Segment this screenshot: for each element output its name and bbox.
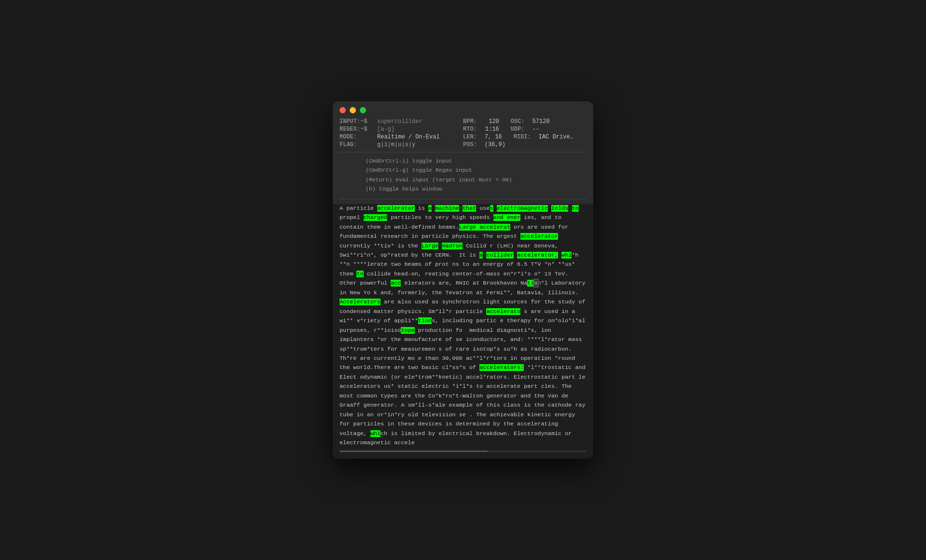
- len-label: LEN:: [463, 134, 477, 140]
- flag-value: g|i|m|u|s|y: [377, 141, 415, 148]
- rto-value: 1:16: [485, 126, 499, 133]
- traffic-lights: [340, 107, 586, 113]
- regex-label: REGEX:~$: [340, 126, 377, 133]
- osc-value: 57120: [532, 118, 550, 125]
- terminal-window: INPUT:~$ supercollider BPM: 120 OSC: 571…: [333, 101, 593, 459]
- pos-label: POS:: [463, 141, 477, 148]
- divider-1: [340, 152, 586, 152]
- input-row: INPUT:~$ supercollider: [340, 118, 463, 125]
- text-body: A particle accelerator is a machine that…: [340, 204, 586, 448]
- close-button[interactable]: [340, 107, 346, 113]
- bpm-value: 120: [485, 118, 499, 125]
- pos-row: POS: (36,9): [463, 141, 586, 148]
- help-block: (CmdOrCtrl-i) toggle input (CmdOrCtrl-g)…: [340, 154, 586, 197]
- mode-value: Realtime / On-Eval: [377, 134, 440, 140]
- scrollbar-thumb[interactable]: [340, 451, 488, 452]
- help-line-1: (CmdOrCtrl-i) toggle input: [346, 156, 580, 166]
- input-value: supercollider: [377, 118, 422, 125]
- rto-label: RTO:: [463, 126, 477, 133]
- minimize-button[interactable]: [350, 107, 356, 113]
- input-label: INPUT:~$: [340, 118, 377, 125]
- bpm-osc-row: BPM: 120 OSC: 57120: [463, 118, 586, 125]
- divider-2: [340, 199, 586, 199]
- udp-value: --: [532, 126, 539, 133]
- rto-udp-row: RTO: 1:16 UDP: --: [463, 126, 586, 133]
- bpm-label: BPM:: [463, 118, 477, 125]
- titlebar: INPUT:~$ supercollider BPM: 120 OSC: 571…: [333, 101, 593, 204]
- regex-value: [a-g]: [377, 126, 395, 133]
- flag-row: FLAG: g|i|m|u|s|y: [340, 141, 463, 148]
- flag-label: FLAG:: [340, 141, 377, 148]
- regex-row: REGEX:~$ [a-g]: [340, 126, 463, 133]
- osc-label: OSC:: [511, 118, 525, 125]
- scrollbar[interactable]: [340, 451, 586, 452]
- help-line-2: (CmdOrCtrl-g) toggle Regex input: [346, 165, 580, 175]
- udp-label: UDP:: [511, 126, 525, 133]
- help-line-4: (h) toggle helps window: [346, 184, 580, 194]
- mode-label: MODE:: [340, 134, 377, 140]
- content-area[interactable]: A particle accelerator is a machine that…: [333, 204, 593, 459]
- mode-row: MODE: Realtime / On-Eval: [340, 134, 463, 140]
- len-value: 7, 16: [485, 134, 502, 140]
- fullscreen-button[interactable]: [360, 107, 366, 113]
- pos-value: (36,9): [485, 141, 505, 148]
- midi-value: IAC Drive…: [539, 134, 573, 140]
- midi-label: MIDI:: [514, 134, 531, 140]
- len-midi-row: LEN: 7, 16 MIDI: IAC Drive…: [463, 134, 586, 140]
- help-line-3: (Return) eval input (target input must =…: [346, 175, 580, 185]
